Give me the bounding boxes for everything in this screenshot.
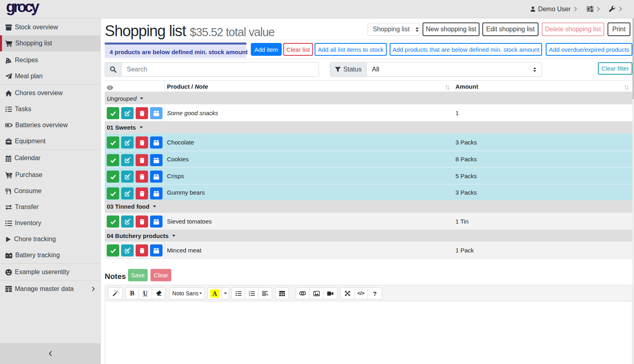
svg-text:3: 3 [249,294,250,296]
